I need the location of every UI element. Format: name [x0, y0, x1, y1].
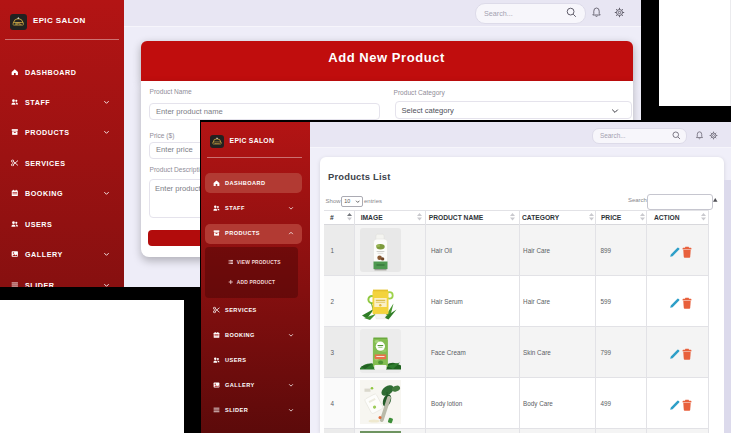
svg-text:EPIC: EPIC	[215, 142, 221, 144]
svg-text:EPIC: EPIC	[15, 22, 21, 26]
